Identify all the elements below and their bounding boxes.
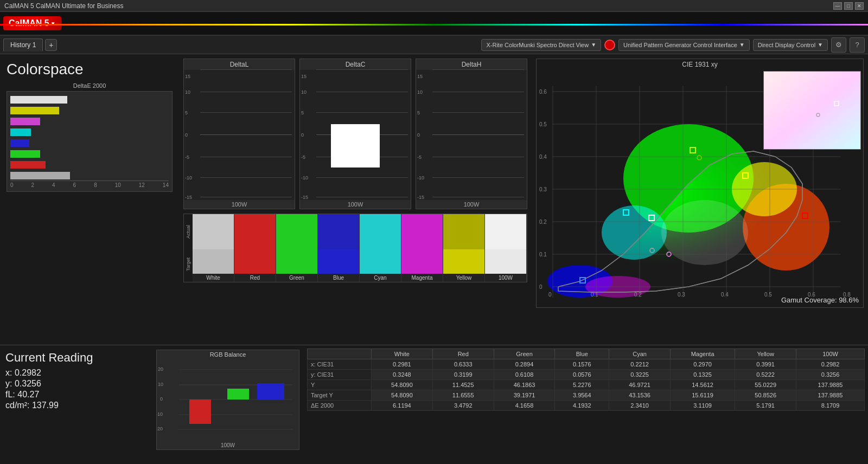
- col-header-cyan: Cyan: [609, 349, 671, 359]
- cell: 11.6555: [432, 390, 494, 401]
- col-header-blue: Blue: [555, 349, 609, 359]
- bar-row: [10, 160, 169, 170]
- tabs-bar: History 1 + X-Rite ColorMunki Spectro Di…: [0, 36, 868, 54]
- swatch-actual: [193, 214, 234, 249]
- colorimeter-dropdown-icon: ▼: [591, 42, 596, 48]
- swatch-target: [193, 249, 234, 274]
- bar-element: [10, 107, 59, 114]
- cell: 46.1863: [494, 380, 555, 390]
- y-label-01: 0.1: [539, 252, 547, 257]
- deltah-bottom-label: 100W: [416, 200, 527, 209]
- bar-row: [10, 171, 169, 181]
- x-label-3: 0.3: [678, 292, 685, 298]
- swatch-col: Blue: [318, 214, 360, 282]
- table-row: x: CIE310.29810.63330.28940.15760.22120.…: [308, 359, 865, 370]
- cell: 11.4525: [432, 380, 494, 390]
- y-label-04: 0.4: [539, 154, 547, 160]
- titlebar-title: CalMAN 5 CalMAN Ultimate for Business: [4, 2, 123, 10]
- table-row: y: CIE310.32480.31990.61080.05760.32250.…: [308, 370, 865, 380]
- cell: 55.0229: [735, 380, 796, 390]
- cell: 0.3225: [609, 370, 671, 380]
- swatch-target: [318, 249, 359, 274]
- rgb-balance-panel: RGB Balance 20 10 0 -10 -20: [152, 345, 304, 464]
- pattern-dropdown-icon: ▼: [739, 42, 745, 48]
- reading-fl: fL: 40.27: [5, 390, 146, 399]
- cell: 0.0576: [555, 370, 609, 380]
- add-tab-button[interactable]: +: [45, 39, 57, 51]
- cie-title: CIE 1931 xy: [537, 59, 863, 70]
- cell: 14.5612: [670, 380, 735, 390]
- col-header-white: White: [372, 349, 433, 359]
- record-button[interactable]: [604, 40, 615, 50]
- table-row: Y54.809011.452546.18635.227646.972114.56…: [308, 380, 865, 390]
- swatch-actual: [443, 214, 484, 249]
- mini-chart-svg: [764, 72, 861, 150]
- bar-element: [10, 139, 29, 147]
- tab-history1[interactable]: History 1: [3, 38, 43, 51]
- deltah-grid: 0 5 10 15 -5 -10 -15: [416, 70, 527, 200]
- rgb-balance-label: 100W: [157, 442, 299, 448]
- cell: 0.1576: [555, 359, 609, 370]
- pattern-gen-button[interactable]: Unified Pattern Generator Control Interf…: [618, 39, 750, 51]
- current-reading-panel: Current Reading x: 0.2982 y: 0.3256 fL: …: [0, 345, 152, 464]
- titlebar-controls: — □ ✕: [833, 2, 864, 10]
- cell: 0.3256: [796, 370, 865, 380]
- cell: 0.1325: [670, 370, 735, 380]
- cell: 6.1194: [372, 401, 433, 411]
- reading-x: x: 0.2982: [5, 368, 146, 378]
- cell: 8.1709: [796, 401, 865, 411]
- reading-title: Current Reading: [5, 351, 146, 365]
- swatch-col: White: [193, 214, 234, 282]
- col-header-green: Green: [494, 349, 555, 359]
- delta-charts-row: DeltaL 0 5 10 15 -5: [183, 59, 527, 209]
- logo-button[interactable]: CalMAN 5 ▼: [3, 16, 61, 30]
- swatch-label: 100W: [485, 274, 526, 282]
- col-header-empty: [308, 349, 372, 359]
- help-icon-button[interactable]: ?: [850, 37, 865, 53]
- minimize-button[interactable]: —: [833, 2, 842, 10]
- cell: 0.2894: [494, 359, 555, 370]
- cell: 39.1971: [494, 390, 555, 401]
- cell: 0.6108: [494, 370, 555, 380]
- x-label-5: 0.5: [764, 292, 772, 298]
- close-button[interactable]: ✕: [855, 2, 864, 10]
- y-label-0: 0: [539, 284, 542, 290]
- deltal-area: 0 5 10 15 -5 -10 -15: [184, 70, 295, 200]
- swatch-actual: [485, 214, 526, 249]
- bar-chart: [10, 95, 169, 181]
- cie-container: CIE 1931 xy: [536, 59, 864, 308]
- cell: 46.9721: [609, 380, 671, 390]
- table-row: ΔE 20006.11943.47924.16584.19322.34103.1…: [308, 401, 865, 411]
- bar-row: [10, 127, 169, 137]
- cell: 3.4792: [432, 401, 494, 411]
- deltal-title: DeltaL: [184, 59, 295, 70]
- row-label: Y: [308, 380, 372, 390]
- swatch-target: [234, 249, 276, 274]
- x-label-4: 0.4: [721, 292, 729, 298]
- display-button[interactable]: Direct Display Control ▼: [753, 39, 828, 51]
- swatch-target: [485, 249, 526, 274]
- row-label: y: CIE31: [308, 370, 372, 380]
- row-label: ΔE 2000: [308, 401, 372, 411]
- x-label-0: 0: [548, 292, 552, 298]
- col-header-red: Red: [432, 349, 494, 359]
- swatch-label: Yellow: [443, 274, 484, 282]
- rgb-y-m10: -10: [157, 411, 163, 417]
- deltae-label: DeltaE 2000: [7, 82, 173, 89]
- rgb-y-10: 10: [158, 382, 163, 387]
- cell: 0.3199: [432, 370, 494, 380]
- deltal-chart: DeltaL 0 5 10 15 -5: [183, 59, 295, 209]
- row-label: Target Y: [308, 390, 372, 401]
- settings-icon-button[interactable]: ⚙: [831, 37, 846, 53]
- cell: 0.5222: [735, 370, 796, 380]
- colorimeter-button[interactable]: X-Rite ColorMunki Spectro Direct View ▼: [481, 39, 601, 51]
- cell: 0.2982: [796, 359, 865, 370]
- cell: 0.3991: [735, 359, 796, 370]
- bar-element: [10, 161, 46, 169]
- maximize-button[interactable]: □: [844, 2, 853, 10]
- deltal-grid: 0 5 10 15 -5 -10 -15: [184, 70, 295, 200]
- bar-element: [10, 128, 31, 136]
- swatch-target: [443, 249, 484, 274]
- swatch-col: Green: [276, 214, 318, 282]
- titlebar: CalMAN 5 CalMAN Ultimate for Business — …: [0, 0, 868, 12]
